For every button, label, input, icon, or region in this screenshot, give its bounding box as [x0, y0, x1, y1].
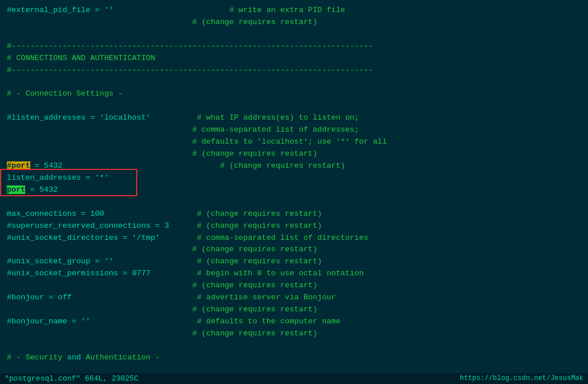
line-maxconn: max_connections = 100 # (change requires…	[7, 208, 581, 220]
line-conn-settings: # - Connection Settings -	[7, 88, 581, 100]
line-listen-star: listen_addresses = '*'	[7, 172, 581, 184]
line-listen-commented: #listen_addresses = 'localhost' # what I…	[7, 112, 581, 124]
line-port-green: port = 5432	[7, 184, 581, 196]
line-blank1	[7, 29, 581, 41]
line-blank3	[7, 100, 581, 112]
line-conn-header: # CONNECTIONS AND AUTHENTICATION	[7, 53, 581, 65]
line-unix-perm: #unix_socket_permissions = 0777 # begin …	[7, 268, 581, 280]
line-sep1: #---------------------------------------…	[7, 41, 581, 53]
line-unix-dir: #unix_socket_directories = '/tmp' # comm…	[7, 232, 581, 244]
line-superuser: #superuser_reserved_connections = 3 # (c…	[7, 220, 581, 232]
line-bonjour-name: #bonjour_name = '' # defaults to the com…	[7, 316, 581, 328]
line-security-header: # - Security and Authentication -	[7, 352, 581, 364]
editor-area: #external_pid_file = '' # write an extra…	[0, 0, 588, 384]
line-listen-c3: # (change requires restart)	[7, 148, 581, 160]
line-listen-c1: # comma-separated list of addresses;	[7, 124, 581, 136]
line-external-pid: #external_pid_file = '' # write an extra…	[7, 5, 581, 17]
statusbar-watermark: https://blog.csdn.net/JesusMak	[460, 374, 583, 383]
line-blank5	[7, 340, 581, 352]
line-unix-dir-c: # (change requires restart)	[7, 244, 581, 256]
line-bonjour-name-c: # (change requires restart)	[7, 328, 581, 340]
line-listen-c2: # defaults to 'localhost'; use '*' for a…	[7, 136, 581, 148]
line-blank4	[7, 196, 581, 208]
statusbar-filename: "postgresql.conf" 664L, 23025C	[5, 374, 138, 383]
statusbar: "postgresql.conf" 664L, 23025C https://b…	[0, 373, 588, 384]
line-bonjour: #bonjour = off # advertise server via Bo…	[7, 292, 581, 304]
line-unix-grp: #unix_socket_group = '' # (change requir…	[7, 256, 581, 268]
line-unix-perm-c: # (change requires restart)	[7, 280, 581, 292]
line-comment-restart1: # (change requires restart)	[7, 17, 581, 29]
line-bonjour-c: # (change requires restart)	[7, 304, 581, 316]
line-port-yellow: #port = 5432 # (change requires restart)	[7, 160, 581, 172]
line-blank2	[7, 77, 581, 89]
line-sep2: #---------------------------------------…	[7, 65, 581, 77]
